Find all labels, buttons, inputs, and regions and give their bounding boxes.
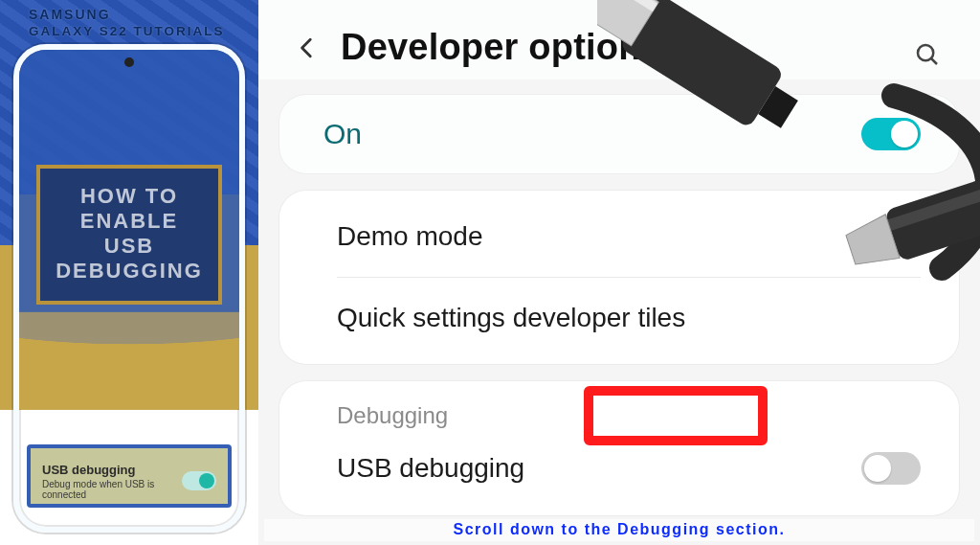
settings-screen: Developer options On Demo mode Quick set… (258, 0, 980, 545)
title-line: USB (46, 234, 212, 259)
search-icon[interactable] (913, 40, 942, 69)
tutorial-brand: SAMSUNG GALAXY S22 TUTORIALS (29, 6, 225, 40)
section-label-debugging: Debugging (279, 381, 959, 439)
row-label: Demo mode (337, 221, 483, 252)
page-title: Developer options (341, 27, 661, 68)
title-line: ENABLE (46, 209, 212, 234)
svg-line-1 (931, 58, 937, 64)
master-toggle-row[interactable]: On (279, 95, 959, 173)
title-line: HOW TO (46, 184, 212, 209)
mini-preview-card: USB debugging Debug mode when USB is con… (27, 444, 232, 508)
row-label: USB debugging (337, 453, 524, 484)
phone-frame: HOW TO ENABLE USB DEBUGGING USB debuggin… (13, 44, 245, 533)
row-usb-debugging[interactable]: USB debugging (279, 439, 959, 510)
brand-line2: GALAXY S22 TUTORIALS (29, 23, 225, 40)
settings-card-debugging: Debugging USB debugging (279, 381, 959, 515)
row-demo-mode[interactable]: Demo mode (279, 196, 959, 277)
svg-point-0 (918, 45, 933, 60)
settings-card-1: Demo mode Quick settings developer tiles (279, 191, 959, 364)
row-label: Quick settings developer tiles (337, 303, 685, 333)
master-toggle-label: On (323, 118, 362, 150)
tutorial-sidebar: SAMSUNG GALAXY S22 TUTORIALS HOW TO ENAB… (0, 0, 258, 545)
title-line: DEBUGGING (46, 259, 212, 284)
master-toggle-panel: On (279, 95, 959, 173)
mini-sub: Debug mode when USB is connected (42, 479, 182, 500)
brand-line1: SAMSUNG (29, 6, 225, 23)
back-icon[interactable] (295, 35, 320, 60)
tutorial-title-card: HOW TO ENABLE USB DEBUGGING (36, 165, 222, 305)
settings-header: Developer options (258, 0, 980, 79)
toggle-off-icon[interactable] (861, 452, 921, 485)
row-quick-settings-tiles[interactable]: Quick settings developer tiles (279, 278, 959, 358)
mini-title: USB debugging (42, 463, 182, 477)
toggle-on-icon[interactable] (861, 118, 921, 150)
instruction-caption: Scroll down to the Debugging section. (264, 519, 974, 541)
mini-toggle-on-icon (182, 471, 216, 490)
